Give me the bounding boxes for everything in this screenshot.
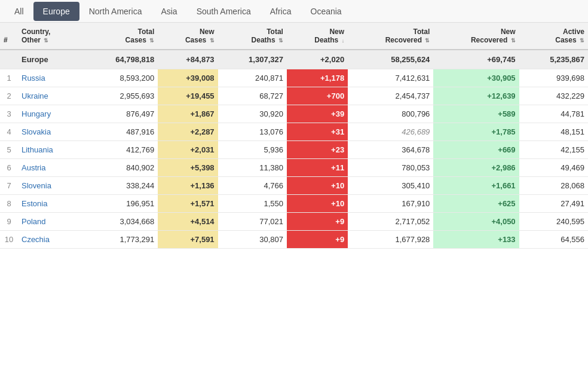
table-row: 2 Ukraine 2,955,693 +19,455 68,727 +700 … (0, 87, 588, 105)
row-new-cases: +39,008 (158, 69, 218, 87)
summary-name: Europe (18, 50, 82, 69)
row-active-cases: 28,068 (519, 177, 588, 195)
summary-row: Europe 64,798,818 +84,873 1,307,327 +2,0… (0, 50, 588, 69)
row-total-cases: 3,034,668 (82, 213, 158, 231)
summary-total-recovered: 58,255,624 (348, 50, 433, 69)
row-new-cases: +1,136 (158, 177, 218, 195)
row-country[interactable]: Russia (18, 69, 82, 87)
sort-icon-total-deaths[interactable]: ⇅ (278, 38, 283, 44)
row-total-recovered: 1,677,928 (348, 231, 433, 249)
row-total-recovered: 2,717,052 (348, 213, 433, 231)
row-total-recovered: 800,796 (348, 105, 433, 123)
tab-north-america[interactable]: North America (79, 2, 152, 21)
row-total-recovered: 167,910 (348, 195, 433, 213)
row-total-deaths: 1,550 (218, 195, 287, 213)
row-country[interactable]: Ukraine (18, 87, 82, 105)
row-new-deaths: +700 (287, 87, 348, 105)
row-num: 8 (0, 195, 18, 213)
col-total-cases: Total Cases ⇅ (82, 23, 158, 50)
row-total-cases: 1,773,291 (82, 231, 158, 249)
row-new-cases: +7,591 (158, 231, 218, 249)
row-total-cases: 8,593,200 (82, 69, 158, 87)
row-active-cases: 939,698 (519, 69, 588, 87)
row-active-cases: 48,151 (519, 123, 588, 141)
row-total-deaths: 77,021 (218, 213, 287, 231)
summary-new-recovered: +69,745 (433, 50, 519, 69)
col-new-recovered: New Recovered ⇅ (433, 23, 519, 50)
table-row: 3 Hungary 876,497 +1,867 30,920 +39 800,… (0, 105, 588, 123)
row-new-deaths: +23 (287, 141, 348, 159)
row-total-deaths: 13,076 (218, 123, 287, 141)
sort-icon-country[interactable]: ⇅ (44, 38, 48, 44)
tab-bar: All Europe North America Asia South Amer… (0, 0, 588, 23)
col-num: # (0, 23, 18, 50)
row-country[interactable]: Poland (18, 213, 82, 231)
row-total-deaths: 5,936 (218, 141, 287, 159)
row-country[interactable]: Czechia (18, 231, 82, 249)
sort-icon-new-deaths[interactable]: ↓ (342, 38, 345, 44)
row-new-deaths: +39 (287, 105, 348, 123)
tab-all[interactable]: All (5, 2, 33, 21)
tab-asia[interactable]: Asia (151, 2, 186, 21)
col-new-deaths: New Deaths ↓ (287, 23, 348, 50)
row-new-recovered: +4,050 (433, 213, 519, 231)
row-country[interactable]: Estonia (18, 195, 82, 213)
table-header-row: # Country, Other ⇅ Total Cases ⇅ New Cas… (0, 23, 588, 50)
row-total-recovered: 305,410 (348, 177, 433, 195)
tab-oceania[interactable]: Oceania (301, 2, 351, 21)
row-total-deaths: 4,766 (218, 177, 287, 195)
row-total-recovered: 780,053 (348, 159, 433, 177)
sort-icon-active-cases[interactable]: ⇅ (580, 38, 584, 44)
row-total-recovered: 364,678 (348, 141, 433, 159)
sort-icon-new-recovered[interactable]: ⇅ (511, 38, 516, 44)
sort-icon-new-cases[interactable]: ⇅ (210, 38, 215, 44)
row-new-recovered: +12,639 (433, 87, 519, 105)
row-active-cases: 49,469 (519, 159, 588, 177)
row-new-recovered: +625 (433, 195, 519, 213)
row-active-cases: 27,491 (519, 195, 588, 213)
tab-europe[interactable]: Europe (33, 2, 79, 21)
row-total-cases: 196,951 (82, 195, 158, 213)
row-new-deaths: +31 (287, 123, 348, 141)
row-active-cases: 240,595 (519, 213, 588, 231)
row-new-cases: +2,287 (158, 123, 218, 141)
row-country[interactable]: Lithuania (18, 141, 82, 159)
row-total-cases: 2,955,693 (82, 87, 158, 105)
row-country[interactable]: Hungary (18, 105, 82, 123)
row-total-deaths: 30,807 (218, 231, 287, 249)
row-total-cases: 487,916 (82, 123, 158, 141)
tab-africa[interactable]: Africa (261, 2, 301, 21)
row-num: 10 (0, 231, 18, 249)
col-new-cases: New Cases ⇅ (158, 23, 218, 50)
table-row: 6 Austria 840,902 +5,398 11,380 +11 780,… (0, 159, 588, 177)
row-active-cases: 42,155 (519, 141, 588, 159)
row-country[interactable]: Slovenia (18, 177, 82, 195)
row-total-deaths: 30,920 (218, 105, 287, 123)
row-total-cases: 840,902 (82, 159, 158, 177)
row-new-recovered: +589 (433, 105, 519, 123)
row-new-deaths: +11 (287, 159, 348, 177)
row-total-cases: 876,497 (82, 105, 158, 123)
summary-new-cases: +84,873 (158, 50, 218, 69)
row-new-recovered: +1,785 (433, 123, 519, 141)
col-country: Country, Other ⇅ (18, 23, 82, 50)
row-new-cases: +4,514 (158, 213, 218, 231)
sort-icon-total-cases[interactable]: ⇅ (149, 38, 154, 44)
row-new-deaths: +10 (287, 195, 348, 213)
row-total-cases: 338,244 (82, 177, 158, 195)
row-total-recovered: 2,454,737 (348, 87, 433, 105)
row-total-deaths: 11,380 (218, 159, 287, 177)
row-country[interactable]: Slovakia (18, 123, 82, 141)
tab-south-america[interactable]: South America (187, 2, 261, 21)
row-country[interactable]: Austria (18, 159, 82, 177)
summary-active-cases: 5,235,867 (519, 50, 588, 69)
sort-icon-total-recovered[interactable]: ⇅ (425, 38, 430, 44)
row-num: 7 (0, 177, 18, 195)
row-num: 4 (0, 123, 18, 141)
col-active-cases: Active Cases ⇅ (519, 23, 588, 50)
table-row: 10 Czechia 1,773,291 +7,591 30,807 +9 1,… (0, 231, 588, 249)
row-num: 9 (0, 213, 18, 231)
summary-new-deaths: +2,020 (287, 50, 348, 69)
row-new-deaths: +9 (287, 213, 348, 231)
row-total-cases: 412,769 (82, 141, 158, 159)
